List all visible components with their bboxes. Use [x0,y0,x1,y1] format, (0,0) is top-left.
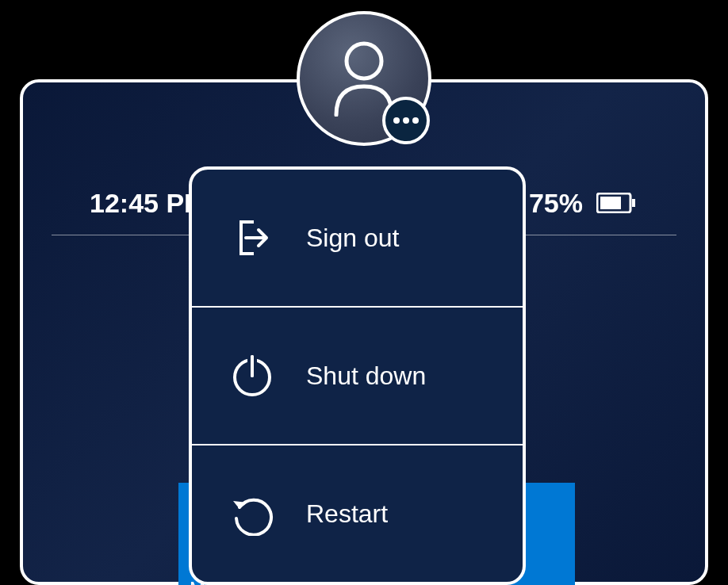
shut-down-button[interactable]: Shut down [192,308,523,445]
svg-rect-1 [600,197,621,209]
shut-down-label: Shut down [306,361,426,391]
sign-out-button[interactable]: Sign out [192,170,523,308]
battery-percentage: 75% [529,188,583,219]
battery-status: 75% [529,181,638,225]
ellipsis-icon [393,117,400,124]
sign-out-label: Sign out [306,224,399,253]
svg-rect-2 [632,199,635,207]
restart-label: Restart [306,499,388,529]
power-icon [230,354,274,398]
avatar-container [297,11,431,146]
sign-out-icon [230,216,274,260]
restart-icon [230,491,274,536]
power-menu: Sign out Shut down Restart [189,166,526,585]
restart-button[interactable]: Restart [192,445,523,582]
more-options-button[interactable] [382,97,430,144]
svg-point-3 [347,44,381,78]
user-avatar[interactable] [297,11,431,146]
battery-icon [594,181,638,225]
